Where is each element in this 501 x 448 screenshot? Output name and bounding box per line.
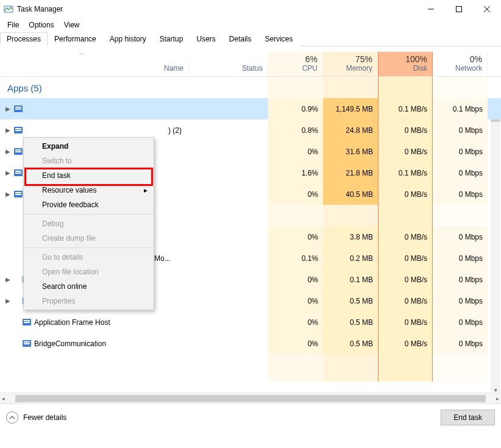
cell-memory: 0.5 MB — [323, 311, 378, 333]
chevron-right-icon[interactable]: ▶ — [5, 127, 11, 133]
cell-cpu: 0% — [268, 290, 323, 311]
table-row[interactable]: ▶0.9%1,149.5 MB0.1 MB/s0.1 Mbps — [0, 98, 501, 119]
footer: Fewer details End task — [0, 404, 501, 430]
cell-cpu: 0% — [268, 311, 323, 333]
chevron-right-icon[interactable]: ▶ — [5, 148, 11, 155]
context-menu-item: Properties — [24, 294, 154, 308]
svg-rect-7 — [15, 108, 21, 110]
cell-disk: 0 MB/s — [378, 290, 433, 311]
cell-network: 0 Mbps — [433, 333, 488, 354]
horizontal-scrollbar[interactable]: ◂ ▸ — [0, 393, 501, 404]
table-row[interactable]: BridgeCommunication0%0.5 MB0 MB/s0 Mbps — [0, 333, 501, 354]
context-menu-item: Create dump file — [24, 231, 154, 246]
cell-status — [189, 333, 268, 354]
menu-options[interactable]: Options — [24, 20, 59, 30]
cell-name: BridgeCommunication — [0, 333, 189, 354]
cell-memory: 0.1 MB — [323, 269, 378, 290]
svg-rect-0 — [4, 6, 13, 12]
process-name: BridgeCommunication — [34, 340, 106, 348]
cell-cpu: 0% — [268, 226, 323, 247]
scroll-down-icon[interactable]: ▾ — [491, 385, 500, 395]
tab-performance[interactable]: Performance — [48, 32, 103, 46]
tab-users[interactable]: Users — [190, 32, 222, 46]
sort-caret-icon: ︿ — [79, 49, 85, 57]
col-network[interactable]: 0%Network — [433, 52, 488, 76]
tab-app-history[interactable]: App history — [103, 32, 153, 46]
cell-disk: 0 MB/s — [378, 141, 433, 162]
tab-services[interactable]: Services — [258, 32, 300, 46]
tab-details[interactable]: Details — [222, 32, 258, 46]
cell-status — [189, 141, 268, 162]
cell-cpu: 0% — [268, 333, 323, 354]
maximize-button[interactable] — [445, 0, 473, 18]
menu-file[interactable]: File — [2, 20, 24, 30]
cell-status — [189, 119, 268, 141]
cell-status — [189, 183, 268, 205]
cell-cpu: 0% — [268, 269, 323, 290]
menu-view[interactable]: View — [59, 20, 85, 30]
svg-rect-18 — [15, 192, 21, 193]
svg-rect-2 — [457, 7, 462, 12]
scroll-right-icon[interactable]: ▸ — [494, 396, 501, 402]
svg-rect-33 — [24, 341, 30, 343]
cell-disk: 0.1 MB/s — [378, 98, 433, 119]
context-menu-item[interactable]: Expand — [24, 139, 154, 154]
col-name[interactable]: Name — [0, 62, 189, 76]
col-memory[interactable]: 75%Memory — [323, 52, 378, 76]
tab-startup[interactable]: Startup — [153, 32, 190, 46]
cell-network: 0 Mbps — [433, 141, 488, 162]
cell-disk: 0 MB/s — [378, 119, 433, 141]
cell-disk: 0 MB/s — [378, 333, 433, 354]
cell-memory: 1,149.5 MB — [323, 98, 378, 119]
close-button[interactable] — [473, 0, 501, 18]
cell-network: 0 Mbps — [433, 311, 488, 333]
svg-rect-10 — [15, 130, 21, 131]
context-menu-item[interactable]: Provide feedback — [24, 197, 154, 212]
end-task-button[interactable]: End task — [441, 410, 495, 425]
table-row[interactable]: Application Frame Host0%0.5 MB0 MB/s0 Mb… — [0, 311, 501, 333]
cell-memory: 0.5 MB — [323, 290, 378, 311]
chevron-right-icon[interactable]: ▶ — [5, 297, 11, 304]
fewer-details-button[interactable]: Fewer details — [6, 411, 441, 424]
cell-status — [189, 98, 268, 119]
svg-rect-6 — [15, 107, 21, 108]
process-icon — [13, 147, 23, 157]
context-menu: ExpandSwitch toEnd taskResource values▸P… — [23, 137, 154, 310]
col-cpu[interactable]: 6%CPU — [268, 52, 323, 76]
svg-rect-9 — [15, 128, 21, 129]
cell-network: 0 Mbps — [433, 290, 488, 311]
svg-rect-34 — [24, 343, 30, 344]
process-icon — [13, 190, 23, 199]
chevron-right-icon[interactable]: ▶ — [5, 191, 11, 197]
window-title: Task Manager — [17, 5, 417, 13]
cell-cpu: 0.1% — [268, 247, 323, 269]
cell-status — [189, 226, 268, 247]
chevron-right-icon[interactable]: ▶ — [5, 276, 11, 283]
tab-processes[interactable]: Processes — [0, 32, 48, 46]
context-menu-item[interactable]: Search online — [24, 279, 154, 294]
menu-separator — [24, 214, 153, 215]
group-apps[interactable]: Apps (5) — [0, 77, 501, 98]
minimize-button[interactable] — [417, 0, 445, 18]
process-icon — [13, 126, 23, 135]
col-disk[interactable]: 100%Disk — [378, 52, 433, 76]
cell-status — [189, 290, 268, 311]
scroll-left-icon[interactable]: ◂ — [0, 396, 7, 402]
process-name: Application Frame Host — [34, 318, 110, 327]
cell-disk: 0.1 MB/s — [378, 162, 433, 183]
title-bar: Task Manager — [0, 0, 501, 18]
context-menu-item[interactable]: Resource values▸ — [24, 183, 154, 197]
chevron-right-icon[interactable]: ▶ — [5, 169, 11, 176]
cell-cpu: 1.6% — [268, 162, 323, 183]
hscroll-thumb[interactable] — [15, 395, 486, 402]
cell-memory: 24.8 MB — [323, 119, 378, 141]
cell-network: 0 Mbps — [433, 162, 488, 183]
context-menu-item[interactable]: End task — [24, 168, 154, 183]
col-status[interactable]: Status — [189, 62, 268, 76]
cell-memory: 31.6 MB — [323, 141, 378, 162]
chevron-right-icon[interactable]: ▶ — [5, 105, 11, 112]
context-menu-item: Debug — [24, 216, 154, 231]
svg-rect-31 — [24, 322, 30, 323]
cell-name: ▶ — [0, 98, 189, 119]
app-icon — [4, 4, 13, 14]
